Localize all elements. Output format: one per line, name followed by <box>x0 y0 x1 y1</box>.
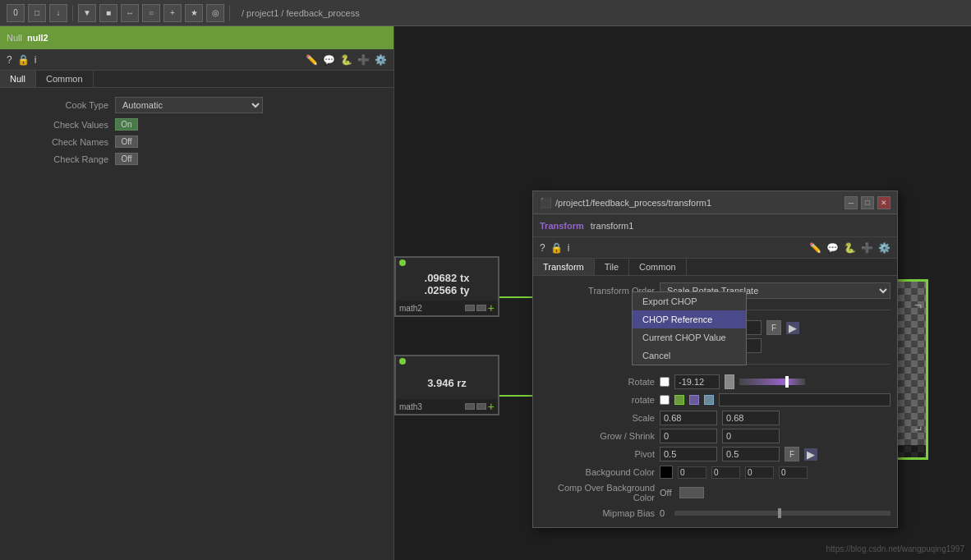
corner-mark-br: ⌐ <box>914 422 922 437</box>
dialog-controls: ─ □ ✕ <box>844 196 890 209</box>
node-math3-btn2[interactable] <box>476 403 486 410</box>
node-dot <box>399 259 406 266</box>
toolbar-btn-fill[interactable]: ■ <box>99 4 117 22</box>
scale-row: Scale 0.68 0.68 <box>533 409 897 427</box>
dialog-title: /project1/feedback_process/transform1 <box>555 198 711 208</box>
check-values-toggle[interactable]: On <box>115 118 138 131</box>
tab-common[interactable]: Common <box>36 71 94 87</box>
comment-icon[interactable]: 💬 <box>323 54 335 66</box>
tab-null[interactable]: Null <box>0 71 36 87</box>
rotate-expr-checkbox[interactable] <box>660 395 670 405</box>
dialog-tab-tile[interactable]: Tile <box>595 259 629 275</box>
pivot-arrow-btn[interactable]: ▶ <box>804 448 817 461</box>
scale-y-input[interactable]: 0.68 <box>722 411 780 425</box>
rotate-slider[interactable] <box>739 379 805 385</box>
menu-chop-reference[interactable]: CHOP Reference <box>633 310 746 328</box>
dialog-tabs: Transform Tile Common <box>533 259 897 276</box>
node-add-math2[interactable]: + <box>488 301 495 314</box>
toolbar-btn-arrow-down[interactable]: ▼ <box>78 4 96 22</box>
rotate-input[interactable]: -19.12 <box>674 374 720 389</box>
dialog-edit-icon[interactable]: ✏️ <box>809 242 821 254</box>
bg-b-input[interactable]: 0 <box>745 466 774 479</box>
dialog-tab-common[interactable]: Common <box>629 259 687 275</box>
node-math2-header <box>396 258 498 268</box>
grow-shrink-label: Grow / Shrink <box>540 431 655 441</box>
toolbar-btn-swap[interactable]: ↔ <box>121 4 139 22</box>
rotate-dot1 <box>674 395 684 405</box>
toolbar-btn-plus[interactable]: + <box>163 4 182 22</box>
python-icon[interactable]: 🐍 <box>340 54 352 66</box>
bg-a-input[interactable]: 0 <box>779 466 808 479</box>
node-add-math3[interactable]: + <box>488 400 495 413</box>
panel-tabs: Null Common <box>0 71 393 88</box>
dialog-title-left: ⬛ /project1/feedback_process/transform1 <box>540 197 711 209</box>
grow-x-input[interactable]: 0 <box>660 429 717 443</box>
cook-type-dropdown[interactable]: Automatic <box>115 97 263 113</box>
dialog-close[interactable]: ✕ <box>877 196 890 209</box>
toolbar-btn-down[interactable]: ↓ <box>49 4 67 22</box>
pivot-label: Pivot <box>540 449 655 459</box>
toolbar-btn-square[interactable]: □ <box>28 4 46 22</box>
add-icon[interactable]: ➕ <box>357 54 370 66</box>
bg-color-row: Backgound Color 0 0 0 0 <box>533 463 897 481</box>
mipmap-slider[interactable] <box>674 511 890 516</box>
panel-header: Null null2 <box>0 26 393 49</box>
bg-color-swatch[interactable] <box>660 466 673 479</box>
grow-y-input[interactable]: 0 <box>722 429 780 443</box>
dialog-comment-icon[interactable]: 💬 <box>826 242 839 254</box>
edit-icon[interactable]: ✏️ <box>306 54 318 66</box>
dialog-python-icon[interactable]: 🐍 <box>844 242 856 254</box>
watermark: https://blog.csdn.net/wangpuqing1997 <box>826 544 964 553</box>
pivot-f-btn[interactable]: F <box>785 447 799 461</box>
lock-icon[interactable]: 🔒 <box>17 54 30 66</box>
menu-current-chop-value[interactable]: Current CHOP Value <box>633 328 746 347</box>
node-math2[interactable]: .09682 tx .02566 ty math2 + <box>394 256 499 317</box>
node-math2-name: math2 <box>399 304 422 313</box>
dialog-help-icon[interactable]: ? <box>540 242 545 254</box>
dialog-minimize[interactable]: ─ <box>844 196 858 209</box>
menu-export-chop[interactable]: Export CHOP <box>633 292 746 310</box>
panel-name: null2 <box>27 33 48 43</box>
bg-g-input[interactable]: 0 <box>711 466 740 479</box>
menu-cancel[interactable]: Cancel <box>633 347 746 365</box>
node-btn2[interactable] <box>476 305 486 311</box>
dialog-add-icon[interactable]: ➕ <box>861 242 873 254</box>
toolbar-btn-circle[interactable]: ○ <box>142 4 160 22</box>
help-icon[interactable]: ? <box>7 54 12 66</box>
dialog-titlebar: ⬛ /project1/feedback_process/transform1 … <box>533 191 897 214</box>
comp-bg-value: Off <box>660 488 671 498</box>
toolbar-btn-star[interactable]: ★ <box>185 4 203 22</box>
check-names-toggle[interactable]: Off <box>115 135 138 148</box>
dialog-header: Transform transform1 <box>533 214 897 237</box>
rotate-expr-input[interactable]: parent(2).op('math1')['chan1'] <box>719 393 890 406</box>
node-btn1[interactable] <box>465 305 475 311</box>
corner-mark-tr: ⌐ <box>914 298 922 313</box>
rotate-dot2 <box>689 395 699 405</box>
rotate-row: Rotate -19.12 <box>533 373 897 391</box>
rotate-checkbox[interactable] <box>660 377 670 387</box>
toolbar-btn-0[interactable]: 0 <box>7 4 25 22</box>
check-range-toggle[interactable]: Off <box>115 153 138 165</box>
math2-ty: .02566 ty <box>425 284 470 296</box>
bg-r-input[interactable]: 0 <box>678 466 706 479</box>
dialog-info-icon[interactable]: i <box>568 242 570 254</box>
dialog-tab-transform[interactable]: Transform <box>533 259 595 275</box>
dialog-settings-icon[interactable]: ⚙️ <box>878 242 890 254</box>
panel-icons-row: ? 🔒 i ✏️ 💬 🐍 ➕ ⚙️ <box>0 49 393 71</box>
dialog-lock-icon[interactable]: 🔒 <box>550 242 563 254</box>
scale-x-input[interactable]: 0.68 <box>660 411 717 425</box>
node-math3[interactable]: 3.946 rz math3 + <box>394 355 499 415</box>
rotate-flag <box>725 374 734 389</box>
tx-arrow-btn[interactable]: ▶ <box>786 322 799 334</box>
dialog-maximize[interactable]: □ <box>861 196 874 209</box>
pivot-x-input[interactable]: 0.5 <box>660 447 717 461</box>
toolbar-btn-target[interactable]: ◎ <box>206 4 224 22</box>
comp-bg-toggle[interactable] <box>679 487 704 498</box>
tx-f-btn[interactable]: F <box>766 320 781 335</box>
pivot-row: Pivot 0.5 0.5 F ▶ <box>533 445 897 463</box>
node-math3-btn1[interactable] <box>465 403 475 410</box>
settings-icon[interactable]: ⚙️ <box>375 54 387 66</box>
cook-type-row: Cook Type Automatic <box>0 94 393 116</box>
info-icon[interactable]: i <box>35 54 37 66</box>
pivot-y-input[interactable]: 0.5 <box>722 447 780 461</box>
